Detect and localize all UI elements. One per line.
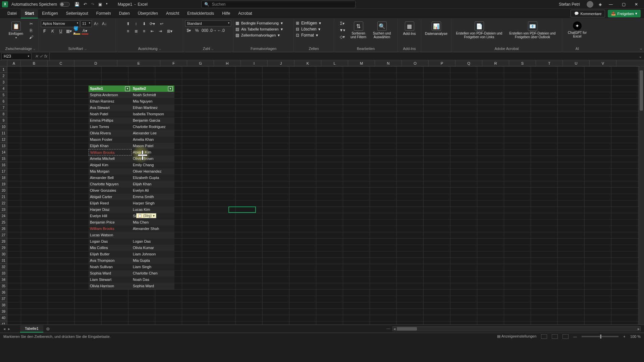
- table-cell[interactable]: William Brooks: [89, 149, 131, 156]
- table-cell[interactable]: Charlotte Rodriguez: [131, 124, 174, 130]
- undo-icon[interactable]: ↶: [84, 2, 87, 7]
- scroll-left-icon[interactable]: ◂: [393, 326, 395, 331]
- row-header-5[interactable]: 5: [0, 92, 7, 98]
- underline-icon[interactable]: U: [57, 28, 64, 35]
- table-row[interactable]: Elijah KhanMason Patel: [89, 143, 174, 149]
- fx-icon[interactable]: fx: [44, 54, 47, 59]
- tab-formeln[interactable]: Formeln: [92, 9, 115, 18]
- row-header-20[interactable]: 20: [0, 187, 7, 194]
- col-header-Q[interactable]: Q: [455, 60, 482, 66]
- table-cell[interactable]: Elijah Butler: [89, 251, 131, 257]
- row-header-16[interactable]: 16: [0, 162, 7, 168]
- row-header-37[interactable]: 37: [0, 296, 7, 302]
- col-header-O[interactable]: O: [402, 60, 429, 66]
- dialog-launcher-icon[interactable]: ⌵: [85, 47, 87, 51]
- table-cell[interactable]: Olivia Harrison: [89, 283, 131, 289]
- scroll-right-icon[interactable]: ▸: [638, 326, 640, 331]
- enter-formula-icon[interactable]: ✓: [40, 54, 43, 59]
- select-all-corner[interactable]: [0, 60, 7, 66]
- cells-area[interactable]: Spalte1▾ Spalte2▾ Sophia AndersonNoah Sc…: [7, 66, 644, 324]
- table-row[interactable]: Sophia WardCharlotte Chen: [89, 270, 174, 277]
- row-header-22[interactable]: 22: [0, 200, 7, 206]
- col-header-K[interactable]: K: [294, 60, 321, 66]
- scroll-thumb[interactable]: [640, 70, 643, 111]
- table-cell[interactable]: Benjamin Price: [89, 219, 131, 226]
- table-row[interactable]: Elijah ButlerLiam Johnson: [89, 251, 174, 257]
- table-cell[interactable]: Lucas Watson: [89, 232, 131, 238]
- tab-ansicht[interactable]: Ansicht: [162, 9, 183, 18]
- row-header-40[interactable]: 40: [0, 315, 7, 321]
- table-cell[interactable]: Oliver Hernandez: [131, 168, 174, 175]
- tab-einfügen[interactable]: Einfügen: [38, 9, 62, 18]
- filter-dropdown-icon[interactable]: ▾: [125, 86, 130, 91]
- table-cell[interactable]: Olivia Kumar: [131, 245, 174, 251]
- table-row[interactable]: Mia CollinsOlivia Kumar: [89, 245, 174, 251]
- table-row[interactable]: Sophia AndersonNoah Schmidt: [89, 92, 174, 98]
- tab-hilfe[interactable]: Hilfe: [218, 9, 234, 18]
- dialog-launcher-icon[interactable]: ⌵: [159, 47, 161, 51]
- sort-filter-button[interactable]: ⇅Sortieren und Filtern: [347, 20, 370, 40]
- col-header-S[interactable]: S: [509, 60, 536, 66]
- zoom-in-icon[interactable]: +: [623, 335, 625, 339]
- row-header-14[interactable]: 14: [0, 149, 7, 156]
- col-header-V[interactable]: V: [590, 60, 616, 66]
- row-header-34[interactable]: 34: [0, 277, 7, 283]
- paste-button[interactable]: 📋 Einfügen ▾: [6, 20, 26, 41]
- table-row[interactable]: Emma PhillipsBenjamin Garcia: [89, 117, 174, 124]
- comma-icon[interactable]: 000: [201, 27, 209, 34]
- col-header-A[interactable]: A: [7, 60, 21, 66]
- cell-styles-button[interactable]: ▧ Zellenformatvorlagen ▾: [235, 33, 291, 38]
- row-header-25[interactable]: 25: [0, 219, 7, 226]
- row-header-41[interactable]: 41: [0, 321, 7, 324]
- col-header-H[interactable]: H: [214, 60, 241, 66]
- table-cell[interactable]: William Brooks: [89, 226, 131, 232]
- table-cell[interactable]: Elijah Reed: [89, 200, 131, 206]
- row-header-19[interactable]: 19: [0, 181, 7, 187]
- table-cell[interactable]: Liam Singh: [131, 264, 174, 270]
- page-layout-view-icon[interactable]: [552, 334, 558, 339]
- table-cell[interactable]: Alexander Shah: [131, 226, 174, 232]
- table-cell[interactable]: Lucas Kim: [131, 206, 174, 213]
- decrease-font-icon[interactable]: A↓: [101, 20, 108, 27]
- row-header-18[interactable]: 18: [0, 175, 7, 181]
- table-cell[interactable]: Liam Johnson: [131, 251, 174, 257]
- table-cell[interactable]: Charlotte Chen: [131, 270, 174, 277]
- tab-acrobat[interactable]: Acrobat: [234, 9, 256, 18]
- font-color-icon[interactable]: A▾: [81, 28, 89, 35]
- decrease-decimal-icon[interactable]: ←.0: [217, 27, 225, 34]
- align-left-icon[interactable]: ≡: [124, 28, 132, 35]
- comments-button[interactable]: 💬 Kommentare: [571, 10, 605, 17]
- table-row[interactable]: William BrooksAlexander Shah: [89, 226, 174, 232]
- row-header-38[interactable]: 38: [0, 302, 7, 308]
- table-cell[interactable]: Mia Chen: [131, 219, 174, 226]
- col-header-C[interactable]: C: [48, 60, 74, 66]
- row-header-6[interactable]: 6: [0, 98, 7, 105]
- align-bottom-icon[interactable]: ⬇: [141, 20, 148, 27]
- pdf-links-button[interactable]: 📄Erstellen von PDF-Dateien und Freigeben…: [454, 20, 504, 40]
- fill-color-icon[interactable]: 🪣▾: [73, 28, 80, 35]
- zoom-slider[interactable]: [582, 336, 619, 337]
- zoom-level[interactable]: 100 %: [630, 335, 641, 339]
- row-header-27[interactable]: 27: [0, 232, 7, 238]
- col-header-I[interactable]: I: [241, 60, 268, 66]
- row-header-33[interactable]: 33: [0, 270, 7, 277]
- increase-decimal-icon[interactable]: .0→: [209, 27, 217, 34]
- table-row[interactable]: Ethan RamirezMia Nguyen: [89, 98, 174, 105]
- table-cell[interactable]: Abigail Kim: [131, 149, 174, 156]
- table-cell[interactable]: Logan Das: [131, 238, 174, 245]
- table-cell[interactable]: Elijah Khan: [131, 181, 174, 187]
- maximize-button[interactable]: ▢: [618, 1, 629, 8]
- share-button[interactable]: 📤 Freigeben ▾: [608, 10, 641, 17]
- row-header-29[interactable]: 29: [0, 245, 7, 251]
- display-settings-button[interactable]: ▤ Anzeigeeinstellungen: [497, 334, 536, 339]
- table-cell[interactable]: Ethan Ramirez: [89, 98, 131, 105]
- table-row[interactable]: Benjamin PriceMia Chen: [89, 219, 174, 226]
- cancel-formula-icon[interactable]: ✕: [35, 54, 38, 59]
- conditional-formatting-button[interactable]: ▦ Bedingte Formatierung ▾: [235, 20, 291, 26]
- row-header-10[interactable]: 10: [0, 124, 7, 130]
- table-cell[interactable]: Mason Patel: [131, 143, 174, 149]
- table-cell[interactable]: Abigail Carter: [89, 194, 131, 200]
- sheet-nav-prev-icon[interactable]: ◂: [3, 326, 5, 331]
- table-cell[interactable]: Charlotte Nguyen: [89, 181, 131, 187]
- table-row[interactable]: Lucas Watson: [89, 232, 174, 238]
